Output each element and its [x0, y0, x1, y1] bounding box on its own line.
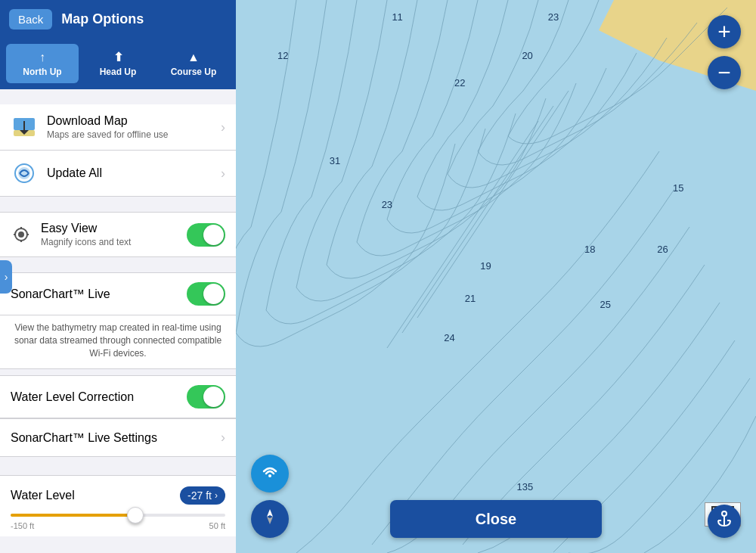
map-area[interactable]: 11 23 20 12 22 31 23 15 18 26 19 21 25 2…	[236, 0, 756, 553]
depth-15: 15	[673, 182, 683, 194]
slider-fill	[11, 514, 139, 517]
course-up-label: Course Up	[171, 67, 217, 77]
download-map-title: Download Map	[47, 114, 212, 128]
sonarchart-title: SonarChart™ Live	[11, 287, 110, 301]
easy-view-title: Easy View	[41, 222, 178, 235]
zoom-in-icon: +	[717, 19, 731, 45]
sonar-icon	[259, 461, 280, 486]
depth-22: 22	[454, 77, 465, 89]
depth-18: 18	[584, 244, 595, 255]
sonarchart-settings-chevron: ›	[221, 430, 225, 446]
compass-button[interactable]	[251, 500, 289, 538]
depth-25: 25	[600, 299, 611, 310]
depth-11: 11	[392, 11, 402, 23]
close-button[interactable]: Close	[390, 500, 602, 538]
download-map-item[interactable]: Download Map Maps are saved for offline …	[0, 104, 236, 151]
slider-thumb[interactable]	[127, 507, 144, 523]
pull-handle[interactable]	[0, 260, 12, 294]
anchor-icon	[714, 509, 734, 533]
back-button[interactable]: Back	[9, 9, 52, 30]
head-up-button[interactable]: ⬆ Head Up	[82, 44, 154, 83]
update-all-icon	[11, 160, 38, 187]
depth-19: 19	[480, 260, 491, 272]
download-map-content: Download Map Maps are saved for offline …	[47, 114, 212, 140]
slider-min-label: -150 ft	[11, 521, 34, 530]
water-level-value: -27 ft ›	[180, 486, 225, 505]
water-level-chevron: ›	[215, 490, 218, 501]
left-panel: Back Map Options ↑ North Up ⬆ Head Up ▲ …	[0, 0, 236, 553]
map-svg	[236, 0, 756, 553]
depth-23a: 23	[548, 11, 559, 23]
spacer-1	[0, 89, 236, 104]
svg-point-14	[268, 474, 271, 477]
water-level-section: Water Level -27 ft › -150 ft 50 ft	[0, 475, 236, 536]
water-level-row: Water Level -27 ft ›	[11, 486, 225, 505]
sonar-button[interactable]	[251, 455, 289, 492]
sonarchart-row: SonarChart™ Live	[0, 272, 236, 315]
water-level-slider-container	[11, 514, 225, 517]
depth-21: 21	[465, 293, 476, 304]
easy-view-toggle[interactable]	[187, 223, 225, 247]
zoom-out-icon: −	[717, 60, 731, 85]
head-up-icon: ⬆	[113, 50, 123, 64]
orientation-row: ↑ North Up ⬆ Head Up ▲ Course Up	[0, 38, 236, 89]
update-all-chevron: ›	[221, 166, 225, 182]
head-up-label: Head Up	[100, 67, 137, 77]
depth-12: 12	[277, 50, 288, 61]
zoom-out-button[interactable]: −	[708, 56, 741, 89]
svg-marker-15	[267, 509, 273, 517]
sonarchart-settings-row[interactable]: SonarChart™ Live Settings ›	[0, 418, 236, 457]
course-up-icon: ▲	[187, 51, 200, 64]
svg-point-7	[18, 231, 24, 238]
sonarchart-toggle[interactable]	[187, 282, 225, 306]
easy-view-content: Easy View Magnify icons and text	[41, 222, 178, 247]
sonarchart-desc: View the bathymetry map created in real-…	[0, 315, 236, 369]
north-up-button[interactable]: ↑ North Up	[6, 44, 79, 83]
easy-view-sub: Magnify icons and text	[41, 237, 178, 247]
update-all-title: Update All	[47, 166, 212, 180]
easy-view-row: Easy View Magnify icons and text	[0, 212, 236, 257]
svg-marker-16	[267, 517, 273, 524]
water-level-correction-row: Water Level Correction	[0, 375, 236, 418]
zoom-in-button[interactable]: +	[708, 15, 741, 48]
course-up-button[interactable]: ▲ Course Up	[157, 44, 230, 83]
header: Back Map Options	[0, 0, 236, 38]
spacer-3	[0, 257, 236, 272]
depth-23b: 23	[382, 199, 392, 210]
depth-135: 135	[517, 481, 534, 492]
north-up-icon: ↑	[39, 51, 45, 64]
depth-20: 20	[522, 50, 532, 61]
north-up-label: North Up	[23, 67, 61, 77]
update-all-content: Update All	[47, 166, 212, 180]
update-all-item[interactable]: Update All ›	[0, 151, 236, 197]
depth-31: 31	[330, 155, 340, 166]
slider-labels: -150 ft 50 ft	[11, 521, 225, 530]
water-level-correction-title: Water Level Correction	[11, 390, 134, 404]
compass-icon	[260, 507, 280, 531]
easy-view-icon	[11, 224, 32, 245]
water-level-label: Water Level	[11, 489, 75, 502]
download-map-icon	[11, 113, 38, 141]
depth-26: 26	[657, 244, 668, 255]
sonarchart-settings-title: SonarChart™ Live Settings	[11, 431, 157, 445]
depth-24: 24	[444, 332, 454, 343]
header-title: Map Options	[61, 11, 144, 27]
svg-point-17	[722, 511, 727, 516]
water-level-correction-toggle[interactable]	[187, 385, 225, 409]
spacer-4	[0, 457, 236, 469]
slider-max-label: 50 ft	[209, 521, 225, 530]
download-map-sub: Maps are saved for offline use	[47, 129, 212, 140]
panel-scroll[interactable]: ↑ North Up ⬆ Head Up ▲ Course Up	[0, 38, 236, 553]
spacer-2	[0, 197, 236, 212]
sonarchart-desc-text: View the bathymetry map created in real-…	[11, 322, 225, 359]
slider-track	[11, 514, 225, 517]
svg-rect-12	[236, 0, 756, 553]
anchor-button[interactable]	[708, 505, 741, 538]
download-map-chevron: ›	[221, 120, 225, 135]
